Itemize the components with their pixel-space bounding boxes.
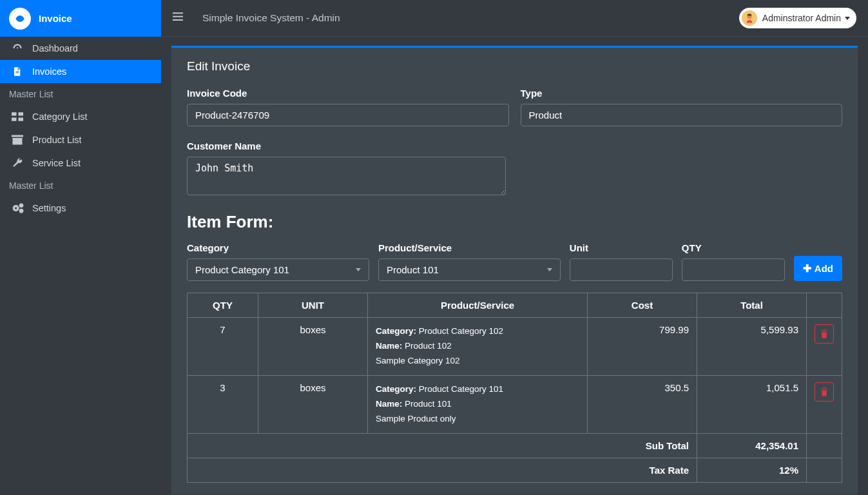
brand[interactable]: Invoice [0,0,161,37]
brand-logo-icon [9,8,31,30]
cell-cost: 799.99 [588,318,697,376]
input-unit[interactable] [570,258,673,281]
sidebar-item-category-list[interactable]: Category List [0,105,161,128]
sidebar: Invoice Dashboard Invoices Master List C… [0,0,161,495]
chevron-down-icon [356,268,361,271]
delete-button[interactable] [815,324,834,344]
svg-point-9 [19,209,24,213]
sidebar-label: Product List [32,135,82,145]
svg-rect-2 [12,112,17,115]
label-product: Product/Service [378,242,561,253]
sidebar-section-header: Master List [0,175,161,197]
wrench-icon [12,157,26,169]
cell-unit: boxes [258,318,368,376]
chevron-down-icon [547,268,552,271]
cell-product: Category: Product Category 101 Name: Pro… [368,375,588,433]
table-row: 7 boxes Category: Product Category 102 N… [188,318,842,376]
cell-qty: 7 [188,318,258,376]
page-title: Edit Invoice [187,59,842,73]
th-cost: Cost [588,293,697,318]
subtotal-value: 42,354.01 [697,433,807,458]
subtotal-row: Sub Total 42,354.01 [188,433,842,458]
input-invoice-code[interactable] [187,104,509,126]
cell-total: 5,599.93 [697,318,807,376]
topbar: Simple Invoice System - Admin Adminstrat… [161,0,868,37]
avatar-icon [742,10,757,26]
delete-button[interactable] [815,382,834,402]
sidebar-label: Service List [32,158,81,168]
plus-icon: ✚ [803,262,811,275]
svg-point-7 [15,207,17,209]
svg-rect-4 [12,118,17,121]
sidebar-item-settings[interactable]: Settings [0,197,161,220]
caret-down-icon [845,17,850,20]
th-total: Total [697,293,807,318]
file-icon [12,66,26,77]
sidebar-section-header: Master List [0,83,161,105]
label-qty: QTY [682,242,785,253]
label-category: Category [187,242,369,253]
dashboard-icon [12,43,26,54]
trash-icon [820,329,829,339]
svg-rect-12 [173,19,183,21]
th-actions [807,293,842,318]
label-invoice-code: Invoice Code [187,88,509,99]
label-customer: Customer Name [187,141,506,151]
sidebar-label: Category List [32,112,87,122]
th-qty: QTY [188,293,258,318]
select-category[interactable]: Product Category 101 [187,258,369,281]
th-product: Product/Service [368,293,588,318]
label-unit: Unit [570,242,673,253]
svg-rect-3 [19,112,24,115]
subtotal-label: Sub Total [188,433,697,458]
sidebar-item-product-list[interactable]: Product List [0,128,161,151]
app-title: Simple Invoice System - Admin [202,12,340,24]
add-button-label: Add [815,263,833,274]
user-name: Adminstrator Admin [762,13,841,23]
cell-product: Category: Product Category 102 Name: Pro… [368,318,588,376]
sidebar-item-service-list[interactable]: Service List [0,151,161,175]
items-table: QTY UNIT Product/Service Cost Total 7 bo… [187,293,842,483]
cell-cost: 350.5 [588,375,697,433]
box-icon [12,134,26,146]
select-type[interactable]: Product [521,104,843,126]
th-unit: UNIT [258,293,368,318]
item-form-title: Item Form: [187,212,842,232]
svg-rect-1 [15,72,19,73]
select-product[interactable]: Product 101 [378,258,561,281]
taxrate-label: Tax Rate [188,458,697,482]
edit-invoice-card: Edit Invoice Invoice Code Type Product C… [171,46,858,494]
svg-rect-11 [173,16,183,17]
cogs-icon [12,202,26,214]
svg-point-8 [19,204,24,208]
sidebar-item-invoices[interactable]: Invoices [0,60,161,83]
svg-rect-0 [15,71,19,72]
select-category-value: Product Category 101 [195,264,289,275]
select-product-value: Product 101 [387,264,439,275]
user-menu[interactable]: Adminstrator Admin [739,8,856,28]
input-qty[interactable] [682,258,785,281]
cell-qty: 3 [188,375,258,433]
sidebar-label: Settings [32,203,66,213]
svg-rect-10 [173,12,183,14]
sidebar-item-dashboard[interactable]: Dashboard [0,37,161,60]
sidebar-label: Invoices [32,66,66,77]
trash-icon [820,387,829,397]
menu-toggle-icon[interactable] [173,12,183,24]
taxrate-row: Tax Rate 12% [188,458,842,482]
taxrate-value: 12% [697,458,807,482]
brand-title: Invoice [39,13,72,24]
add-button[interactable]: ✚ Add [794,256,842,281]
cell-total: 1,051.5 [697,375,807,433]
label-type: Type [521,88,843,99]
svg-rect-5 [19,118,24,121]
input-customer-name[interactable] [187,157,506,195]
list-icon [12,111,26,122]
select-type-value: Product [529,110,563,121]
cell-unit: boxes [258,375,368,433]
table-row: 3 boxes Category: Product Category 101 N… [188,375,842,433]
sidebar-label: Dashboard [32,43,78,53]
